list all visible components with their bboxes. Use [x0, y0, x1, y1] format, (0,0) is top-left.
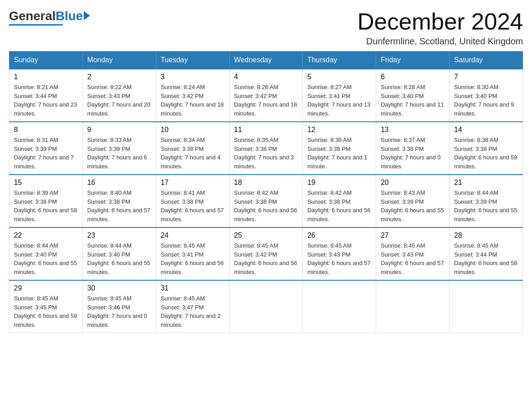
calendar-cell: 9 Sunrise: 8:33 AM Sunset: 3:39 PM Dayli…: [82, 122, 156, 175]
day-info: Sunrise: 8:21 AM Sunset: 3:44 PM Dayligh…: [14, 83, 78, 118]
calendar-cell: 23 Sunrise: 8:44 AM Sunset: 3:40 PM Dayl…: [82, 227, 156, 280]
calendar-cell: 22 Sunrise: 8:44 AM Sunset: 3:40 PM Dayl…: [9, 227, 83, 280]
day-number: 9: [87, 126, 151, 134]
day-number: 26: [307, 231, 371, 240]
calendar-cell: 24 Sunrise: 8:45 AM Sunset: 3:41 PM Dayl…: [156, 227, 229, 280]
calendar-cell: 7 Sunrise: 8:30 AM Sunset: 3:40 PM Dayli…: [450, 69, 523, 122]
calendar-week-row: 22 Sunrise: 8:44 AM Sunset: 3:40 PM Dayl…: [9, 227, 523, 280]
day-info: Sunrise: 8:39 AM Sunset: 3:38 PM Dayligh…: [14, 188, 78, 223]
day-info: Sunrise: 8:30 AM Sunset: 3:40 PM Dayligh…: [454, 83, 518, 118]
day-number: 22: [14, 231, 78, 240]
calendar-cell: 8 Sunrise: 8:31 AM Sunset: 3:39 PM Dayli…: [9, 122, 83, 175]
day-number: 19: [307, 179, 371, 187]
day-info: Sunrise: 8:44 AM Sunset: 3:39 PM Dayligh…: [454, 188, 518, 223]
calendar-cell: 19 Sunrise: 8:42 AM Sunset: 3:38 PM Dayl…: [303, 175, 376, 227]
calendar-week-row: 15 Sunrise: 8:39 AM Sunset: 3:38 PM Dayl…: [9, 175, 523, 227]
day-number: 14: [454, 126, 518, 134]
weekday-header: Thursday: [303, 51, 376, 69]
calendar-cell: 29 Sunrise: 8:45 AM Sunset: 3:45 PM Dayl…: [9, 280, 83, 333]
logo-divider: [9, 24, 63, 26]
day-info: Sunrise: 8:43 AM Sunset: 3:39 PM Dayligh…: [381, 188, 445, 223]
day-number: 29: [14, 284, 78, 292]
calendar-cell: 5 Sunrise: 8:27 AM Sunset: 3:41 PM Dayli…: [303, 69, 376, 122]
calendar-cell: 21 Sunrise: 8:44 AM Sunset: 3:39 PM Dayl…: [450, 175, 523, 227]
weekday-header: Saturday: [450, 51, 523, 69]
calendar-cell: 2 Sunrise: 8:22 AM Sunset: 3:43 PM Dayli…: [82, 69, 156, 122]
calendar-cell: [376, 280, 450, 333]
day-info: Sunrise: 8:26 AM Sunset: 3:42 PM Dayligh…: [234, 83, 298, 118]
day-info: Sunrise: 8:34 AM Sunset: 3:38 PM Dayligh…: [161, 136, 225, 171]
day-number: 12: [307, 126, 371, 134]
calendar-cell: 1 Sunrise: 8:21 AM Sunset: 3:44 PM Dayli…: [9, 69, 83, 122]
day-info: Sunrise: 8:45 AM Sunset: 3:47 PM Dayligh…: [161, 294, 225, 329]
day-number: 3: [161, 73, 225, 81]
day-info: Sunrise: 8:44 AM Sunset: 3:40 PM Dayligh…: [87, 241, 151, 276]
day-number: 4: [234, 73, 298, 81]
calendar-cell: 18 Sunrise: 8:42 AM Sunset: 3:38 PM Dayl…: [229, 175, 303, 227]
calendar-cell: 14 Sunrise: 8:38 AM Sunset: 3:38 PM Dayl…: [450, 122, 523, 175]
day-number: 16: [87, 179, 151, 187]
calendar-cell: 17 Sunrise: 8:41 AM Sunset: 3:38 PM Dayl…: [156, 175, 229, 227]
logo-triangle-icon: [84, 11, 90, 20]
logo: General Blue: [9, 9, 90, 26]
title-section: December 2024 Dunfermline, Scotland, Uni…: [357, 9, 523, 47]
day-number: 1: [14, 73, 78, 81]
calendar-cell: 26 Sunrise: 8:45 AM Sunset: 3:43 PM Dayl…: [303, 227, 376, 280]
day-number: 17: [161, 179, 225, 187]
day-number: 7: [454, 73, 518, 81]
calendar-cell: 10 Sunrise: 8:34 AM Sunset: 3:38 PM Dayl…: [156, 122, 229, 175]
day-number: 18: [234, 179, 298, 187]
calendar-cell: 27 Sunrise: 8:45 AM Sunset: 3:43 PM Dayl…: [376, 227, 450, 280]
calendar-week-row: 1 Sunrise: 8:21 AM Sunset: 3:44 PM Dayli…: [9, 69, 523, 122]
weekday-header: Monday: [82, 51, 156, 69]
day-info: Sunrise: 8:44 AM Sunset: 3:40 PM Dayligh…: [14, 241, 78, 276]
day-info: Sunrise: 8:28 AM Sunset: 3:40 PM Dayligh…: [381, 83, 445, 118]
calendar-cell: 20 Sunrise: 8:43 AM Sunset: 3:39 PM Dayl…: [376, 175, 450, 227]
day-info: Sunrise: 8:42 AM Sunset: 3:38 PM Dayligh…: [307, 188, 371, 223]
location-subtitle: Dunfermline, Scotland, United Kingdom: [357, 36, 523, 47]
day-info: Sunrise: 8:33 AM Sunset: 3:39 PM Dayligh…: [87, 136, 151, 171]
calendar-cell: 6 Sunrise: 8:28 AM Sunset: 3:40 PM Dayli…: [376, 69, 450, 122]
calendar-cell: 15 Sunrise: 8:39 AM Sunset: 3:38 PM Dayl…: [9, 175, 83, 227]
day-number: 6: [381, 73, 445, 81]
day-number: 13: [381, 126, 445, 134]
page-header: General Blue December 2024 Dunfermline, …: [9, 9, 523, 47]
day-number: 23: [87, 231, 151, 240]
day-info: Sunrise: 8:24 AM Sunset: 3:42 PM Dayligh…: [161, 83, 225, 118]
weekday-header: Friday: [376, 51, 450, 69]
day-info: Sunrise: 8:31 AM Sunset: 3:39 PM Dayligh…: [14, 136, 78, 171]
day-info: Sunrise: 8:22 AM Sunset: 3:43 PM Dayligh…: [87, 83, 151, 118]
calendar-week-row: 29 Sunrise: 8:45 AM Sunset: 3:45 PM Dayl…: [9, 280, 523, 333]
day-number: 8: [14, 126, 78, 134]
day-info: Sunrise: 8:45 AM Sunset: 3:43 PM Dayligh…: [307, 241, 371, 276]
calendar-cell: 28 Sunrise: 8:45 AM Sunset: 3:44 PM Dayl…: [450, 227, 523, 280]
calendar-cell: [450, 280, 523, 333]
weekday-header: Tuesday: [156, 51, 229, 69]
day-info: Sunrise: 8:27 AM Sunset: 3:41 PM Dayligh…: [307, 83, 371, 118]
day-info: Sunrise: 8:42 AM Sunset: 3:38 PM Dayligh…: [234, 188, 298, 223]
day-number: 2: [87, 73, 151, 81]
day-info: Sunrise: 8:35 AM Sunset: 3:38 PM Dayligh…: [234, 136, 298, 171]
day-number: 15: [14, 179, 78, 187]
weekday-header: Wednesday: [229, 51, 303, 69]
day-info: Sunrise: 8:40 AM Sunset: 3:38 PM Dayligh…: [87, 188, 151, 223]
day-number: 20: [381, 179, 445, 187]
month-title: December 2024: [357, 9, 523, 34]
day-info: Sunrise: 8:36 AM Sunset: 3:38 PM Dayligh…: [307, 136, 371, 171]
day-number: 24: [161, 231, 225, 240]
day-number: 25: [234, 231, 298, 240]
day-number: 27: [381, 231, 445, 240]
day-info: Sunrise: 8:41 AM Sunset: 3:38 PM Dayligh…: [161, 188, 225, 223]
day-info: Sunrise: 8:45 AM Sunset: 3:44 PM Dayligh…: [454, 241, 518, 276]
calendar-cell: 16 Sunrise: 8:40 AM Sunset: 3:38 PM Dayl…: [82, 175, 156, 227]
calendar-cell: [303, 280, 376, 333]
calendar-cell: 13 Sunrise: 8:37 AM Sunset: 3:38 PM Dayl…: [376, 122, 450, 175]
day-info: Sunrise: 8:45 AM Sunset: 3:43 PM Dayligh…: [381, 241, 445, 276]
weekday-header: Sunday: [9, 51, 83, 69]
day-number: 31: [161, 284, 225, 292]
day-info: Sunrise: 8:37 AM Sunset: 3:38 PM Dayligh…: [381, 136, 445, 171]
calendar-cell: 31 Sunrise: 8:45 AM Sunset: 3:47 PM Dayl…: [156, 280, 229, 333]
day-number: 11: [234, 126, 298, 134]
calendar-cell: 25 Sunrise: 8:45 AM Sunset: 3:42 PM Dayl…: [229, 227, 303, 280]
calendar-cell: 30 Sunrise: 8:45 AM Sunset: 3:46 PM Dayl…: [82, 280, 156, 333]
